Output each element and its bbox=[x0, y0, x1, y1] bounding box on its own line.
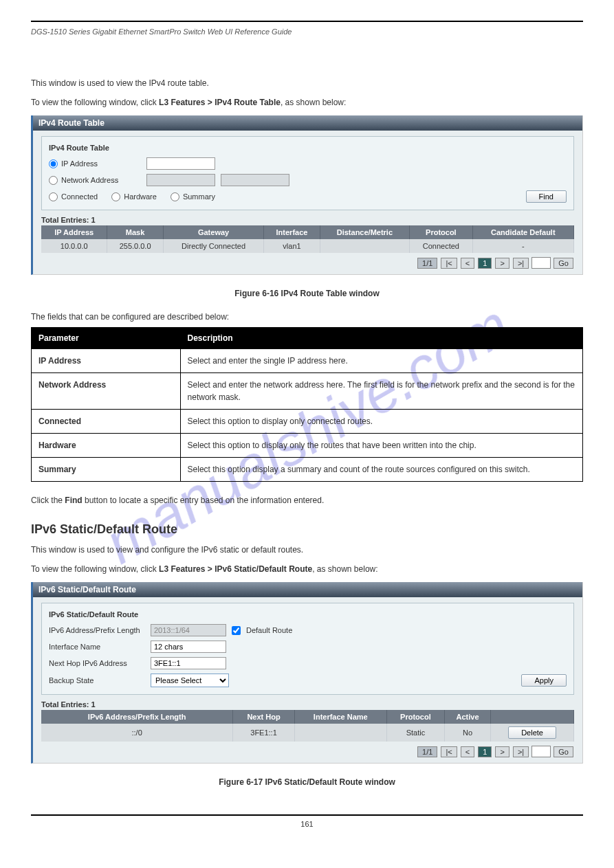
radio-ip-address[interactable] bbox=[49, 159, 58, 168]
default-route-checkbox[interactable] bbox=[232, 626, 241, 635]
panel1-pager: 1/1 |< < 1 > >| Go bbox=[41, 257, 574, 269]
pager-last-icon[interactable]: >| bbox=[513, 258, 529, 269]
panel1-total: Total Entries: 1 bbox=[41, 216, 574, 224]
pager-page-input[interactable] bbox=[531, 746, 551, 757]
table-header-row: IP Address Mask Gateway Interface Distan… bbox=[41, 225, 574, 239]
radio-connected[interactable] bbox=[49, 192, 58, 201]
header-left: DGS-1510 Series Gigabit Ethernet SmartPr… bbox=[31, 27, 292, 36]
apply-button[interactable]: Apply bbox=[521, 674, 567, 687]
header-rule bbox=[31, 21, 583, 22]
intro-nav: To view the following window, click L3 F… bbox=[31, 96, 583, 109]
pager-first-icon[interactable]: |< bbox=[441, 746, 457, 757]
panel2-title: IPv6 Static/Default Route bbox=[33, 582, 582, 597]
ipv4-route-table: IP Address Mask Gateway Interface Distan… bbox=[41, 225, 574, 253]
ipv6-address-input[interactable] bbox=[151, 624, 226, 636]
intro-desc: This window is used to view the IPv4 rou… bbox=[31, 77, 583, 89]
table-header-row: IPv6 Address/Prefix Length Next Hop Inte… bbox=[41, 710, 574, 724]
pager-next-icon[interactable]: > bbox=[495, 746, 509, 757]
delete-button[interactable]: Delete bbox=[508, 726, 556, 739]
find-note: Click the Find button to locate a specif… bbox=[31, 496, 583, 505]
pager-pages: 1/1 bbox=[417, 746, 437, 757]
section2-title: IPv6 Static/Default Route bbox=[31, 522, 583, 537]
panel1-fieldset: IPv4 Route Table IP Address Network Addr… bbox=[41, 136, 574, 210]
pager-pages: 1/1 bbox=[417, 258, 437, 269]
figure2-caption: Figure 6-17 IPv6 Static/Default Route wi… bbox=[31, 777, 583, 787]
network-mask-input[interactable] bbox=[221, 174, 289, 186]
page-header: DGS-1510 Series Gigabit Ethernet SmartPr… bbox=[31, 27, 583, 36]
figure1-caption: Figure 6-16 IPv4 Route Table window bbox=[31, 289, 583, 298]
table-row: 10.0.0.0 255.0.0.0 Directly Connected vl… bbox=[41, 239, 574, 253]
panel2-legend: IPv6 Static/Default Route bbox=[49, 610, 567, 619]
network-prefix-input[interactable] bbox=[146, 174, 215, 186]
backup-state-select[interactable]: Please Select bbox=[151, 674, 229, 687]
panel1-title: IPv4 Route Table bbox=[33, 115, 582, 131]
panel2-fieldset: IPv6 Static/Default Route IPv6 Address/P… bbox=[41, 603, 574, 695]
pager-go-button[interactable]: Go bbox=[553, 746, 573, 757]
pager-prev-icon[interactable]: < bbox=[461, 746, 474, 757]
pager-go-button[interactable]: Go bbox=[553, 258, 573, 269]
ipv4-route-panel: IPv4 Route Table IPv4 Route Table IP Add… bbox=[31, 115, 583, 275]
pager-page-input[interactable] bbox=[531, 257, 551, 269]
panel2-pager: 1/1 |< < 1 > >| Go bbox=[41, 746, 574, 757]
radio-hardware[interactable] bbox=[111, 192, 120, 201]
section2-nav: To view the following window, click L3 F… bbox=[31, 563, 583, 575]
pager-current[interactable]: 1 bbox=[478, 746, 492, 757]
section2-desc: This window is used to view and configur… bbox=[31, 544, 583, 556]
ipv6-route-table: IPv6 Address/Prefix Length Next Hop Inte… bbox=[41, 710, 574, 742]
ipv6-route-panel: IPv6 Static/Default Route IPv6 Static/De… bbox=[31, 582, 583, 764]
pager-prev-icon[interactable]: < bbox=[461, 258, 474, 269]
next-hop-input[interactable] bbox=[151, 657, 226, 669]
pager-next-icon[interactable]: > bbox=[495, 258, 509, 269]
param-intro: The fields that can be configured are de… bbox=[31, 312, 583, 322]
panel1-legend: IPv4 Route Table bbox=[49, 144, 567, 152]
radio-network-address[interactable] bbox=[49, 176, 58, 185]
pager-current[interactable]: 1 bbox=[478, 258, 492, 269]
parameter-table: ParameterDescription IP AddressSelect an… bbox=[31, 327, 583, 482]
ip-address-input[interactable] bbox=[146, 157, 215, 170]
page-number: 161 bbox=[31, 816, 583, 828]
radio-summary[interactable] bbox=[171, 192, 179, 201]
pager-first-icon[interactable]: |< bbox=[441, 258, 457, 269]
interface-name-input[interactable] bbox=[151, 641, 226, 653]
panel2-total: Total Entries: 1 bbox=[41, 700, 574, 709]
table-row: ::/0 3FE1::1 Static No Delete bbox=[41, 724, 574, 742]
find-button[interactable]: Find bbox=[526, 190, 567, 203]
pager-last-icon[interactable]: >| bbox=[513, 746, 529, 757]
